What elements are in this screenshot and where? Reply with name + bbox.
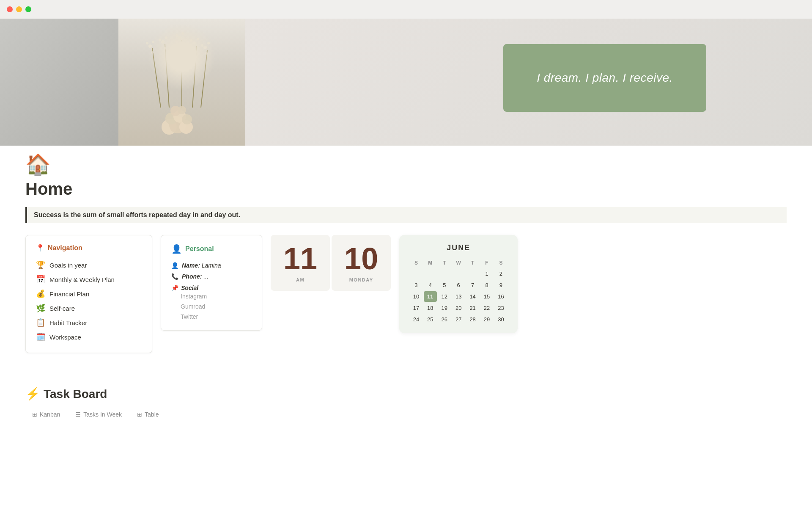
close-button[interactable] (7, 6, 13, 12)
svg-point-8 (161, 40, 165, 44)
cal-empty-4 (452, 268, 465, 279)
hero-quote-box: I dream. I plan. I receive. (503, 44, 706, 112)
hero-quote-text: I dream. I plan. I receive. (537, 71, 673, 85)
svg-point-9 (165, 36, 167, 39)
table-icon: ⊞ (137, 411, 142, 418)
cal-day-25[interactable]: 25 (424, 314, 437, 325)
personal-card-title: 👤 Personal (171, 244, 252, 254)
cal-day-13[interactable]: 13 (452, 291, 465, 302)
cal-day-16[interactable]: 16 (494, 291, 508, 302)
svg-point-16 (190, 39, 192, 42)
social-instagram[interactable]: Instagram (171, 291, 252, 301)
maximize-button[interactable] (25, 6, 31, 12)
svg-point-10 (159, 39, 161, 41)
cal-day-26[interactable]: 26 (438, 314, 451, 325)
flower-decoration (127, 23, 237, 108)
hero-right-panel: I dream. I plan. I receive. (245, 19, 812, 146)
cal-day-24[interactable]: 24 (409, 314, 422, 325)
svg-point-12 (181, 32, 184, 35)
social-label-text: Social (181, 284, 198, 291)
page-content: Home Success is the sum of small efforts… (0, 175, 812, 387)
goals-icon: 🏆 (36, 260, 45, 270)
svg-point-32 (178, 106, 186, 114)
social-icon: 📌 (171, 284, 178, 291)
svg-point-20 (151, 51, 154, 54)
svg-point-23 (195, 50, 197, 53)
task-tab-week[interactable]: ☰ Tasks In Week (69, 408, 129, 421)
selfcare-icon: 🌿 (36, 304, 45, 313)
nav-item-selfcare[interactable]: 🌿 Self-care (36, 301, 142, 315)
cal-day-15[interactable]: 15 (480, 291, 493, 302)
svg-point-18 (207, 42, 210, 44)
cal-day-1[interactable]: 1 (480, 268, 493, 279)
cal-day-11[interactable]: 11 (424, 291, 437, 302)
cal-empty-2 (424, 268, 437, 279)
clock-minute-card: 10 MONDAY (332, 235, 391, 291)
hero-center-image (118, 19, 245, 146)
personal-name: 👤 Name: Lamina (171, 260, 252, 271)
social-gumroad[interactable]: Gumroad (171, 301, 252, 312)
hero-banner: I dream. I plan. I receive. (0, 19, 812, 146)
svg-point-6 (152, 41, 154, 43)
cal-day-22[interactable]: 22 (480, 303, 493, 313)
nav-monthly-label: Monthly & Weekly Plan (49, 276, 115, 283)
cal-day-21[interactable]: 21 (466, 303, 479, 313)
cal-day-10[interactable]: 10 (409, 291, 422, 302)
task-board-label: Task Board (44, 387, 107, 401)
cal-header-f: F (480, 258, 493, 268)
cal-day-18[interactable]: 18 (424, 303, 437, 313)
svg-point-5 (148, 44, 152, 48)
kanban-icon: ⊞ (32, 411, 37, 418)
svg-point-21 (164, 47, 166, 50)
cal-day-28[interactable]: 28 (466, 314, 479, 325)
task-tab-kanban[interactable]: ⊞ Kanban (25, 408, 67, 421)
social-twitter[interactable]: Twitter (171, 312, 252, 322)
nav-item-goals[interactable]: 🏆 Goals in year (36, 258, 142, 272)
svg-point-22 (180, 45, 182, 47)
cal-header-s2: S (494, 258, 508, 268)
cal-day-17[interactable]: 17 (409, 303, 422, 313)
nav-goals-label: Goals in year (49, 262, 87, 269)
cal-day-30[interactable]: 30 (494, 314, 508, 325)
cal-day-7[interactable]: 7 (466, 280, 479, 290)
nav-item-monthly[interactable]: 📅 Monthly & Weekly Plan (36, 272, 142, 287)
personal-phone: 📞 Phone: ... (171, 271, 252, 282)
social-section: 📌 Social (171, 284, 252, 291)
cal-day-23[interactable]: 23 (494, 303, 508, 313)
cal-day-12[interactable]: 12 (438, 291, 451, 302)
task-board-icon: ⚡ (25, 387, 40, 401)
cal-day-4[interactable]: 4 (424, 280, 437, 290)
clock-hour-card: 11 AM (271, 235, 330, 291)
cal-header-m: M (424, 258, 437, 268)
cal-day-20[interactable]: 20 (452, 303, 465, 313)
task-tab-table[interactable]: ⊞ Table (130, 408, 165, 421)
svg-point-15 (197, 38, 199, 40)
cal-day-6[interactable]: 6 (452, 280, 465, 290)
titlebar (0, 0, 812, 19)
week-icon: ☰ (75, 411, 81, 418)
clock-day: MONDAY (349, 277, 373, 282)
task-tabs: ⊞ Kanban ☰ Tasks In Week ⊞ Table (25, 408, 787, 421)
nav-item-workspace[interactable]: 🗓️ Workspace (36, 330, 142, 344)
cal-day-29[interactable]: 29 (480, 314, 493, 325)
cal-day-8[interactable]: 8 (480, 280, 493, 290)
cal-day-27[interactable]: 27 (452, 314, 465, 325)
nav-item-financial[interactable]: 💰 Financial Plan (36, 287, 142, 301)
cal-day-5[interactable]: 5 (438, 280, 451, 290)
cal-day-9[interactable]: 9 (494, 280, 508, 290)
nav-item-habit[interactable]: 📋 Habit Tracker (36, 315, 142, 330)
cal-day-14[interactable]: 14 (466, 291, 479, 302)
habit-icon: 📋 (36, 318, 45, 327)
kanban-label: Kanban (40, 411, 60, 418)
clock-ampm: AM (296, 277, 304, 282)
cal-day-19[interactable]: 19 (438, 303, 451, 313)
page-title: Home (25, 179, 787, 199)
cal-day-2[interactable]: 2 (494, 268, 508, 279)
minimize-button[interactable] (16, 6, 22, 12)
name-label: Name: Lamina (182, 262, 221, 269)
home-icon: 🏠 (25, 155, 51, 175)
task-board-title: ⚡ Task Board (25, 387, 787, 401)
cal-day-3[interactable]: 3 (409, 280, 422, 290)
cards-row: 📍 Navigation 🏆 Goals in year 📅 Monthly &… (25, 235, 787, 353)
cal-header-w: W (452, 258, 465, 268)
